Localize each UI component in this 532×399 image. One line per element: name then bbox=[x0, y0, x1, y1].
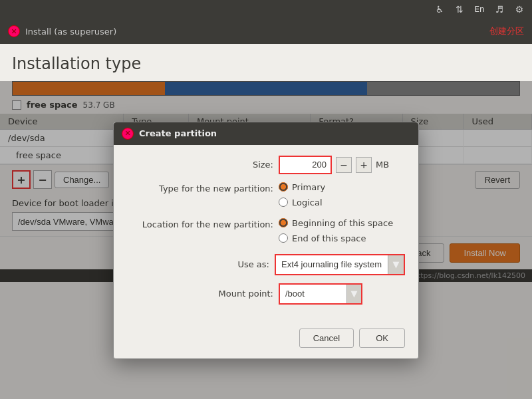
accessibility-icon[interactable]: ♿ bbox=[432, 2, 447, 17]
use-as-label: Use as: bbox=[127, 259, 269, 269]
size-unit: MB bbox=[376, 160, 389, 170]
use-as-dropdown-icon[interactable]: ▼ bbox=[388, 255, 404, 274]
main-window: ✕ Install (as superuser) 创建分区 Installati… bbox=[0, 19, 532, 399]
size-input[interactable] bbox=[279, 156, 332, 174]
content-area: free space 53.7 GB Device Type Mount poi… bbox=[0, 81, 532, 399]
dialog-button-row: Cancel OK bbox=[114, 323, 418, 358]
dialog-close-icon: ✕ bbox=[124, 129, 130, 138]
mount-select-wrapper[interactable]: /boot / /home /tmp ▼ bbox=[279, 283, 362, 305]
type-logical-label: Logical bbox=[292, 198, 323, 207]
size-controls: − + MB bbox=[279, 156, 405, 174]
window-close-button[interactable]: ✕ bbox=[8, 25, 20, 37]
dialog-cancel-button[interactable]: Cancel bbox=[299, 329, 354, 348]
language-indicator[interactable]: En bbox=[472, 2, 487, 17]
location-label: Location for the new partition: bbox=[127, 218, 273, 229]
mount-dropdown-icon[interactable]: ▼ bbox=[346, 285, 361, 303]
location-beginning-radio[interactable] bbox=[279, 218, 288, 227]
dialog-ok-button[interactable]: OK bbox=[359, 329, 405, 348]
type-primary-option[interactable]: Primary bbox=[279, 182, 325, 192]
size-label: Size: bbox=[127, 160, 273, 170]
type-options: Primary Logical bbox=[279, 182, 325, 210]
mount-point-select[interactable]: /boot / /home /tmp bbox=[280, 285, 346, 303]
partition-type-row: Type for the new partition: Primary Logi… bbox=[127, 182, 405, 210]
close-icon: ✕ bbox=[11, 28, 17, 35]
size-decrease-button[interactable]: − bbox=[336, 157, 352, 173]
dialog-overlay: ✕ Create partition Size: − + MB bbox=[0, 81, 532, 399]
dialog-title: Create partition bbox=[139, 128, 217, 138]
volume-icon[interactable]: ♬ bbox=[492, 2, 507, 17]
location-beginning-label: Beginning of this space bbox=[292, 218, 393, 228]
location-end-radio[interactable] bbox=[279, 233, 288, 243]
type-primary-radio[interactable] bbox=[279, 182, 288, 192]
system-bar: ♿ ⇅ En ♬ ⚙ bbox=[0, 0, 532, 19]
mount-point-controls: /boot / /home /tmp ▼ bbox=[279, 283, 405, 305]
settings-icon[interactable]: ⚙ bbox=[512, 2, 527, 17]
keyboard-icon[interactable]: ⇅ bbox=[452, 2, 467, 17]
create-partition-dialog: ✕ Create partition Size: − + MB bbox=[113, 122, 419, 359]
use-as-select[interactable]: Ext4 journaling file system Ext3 journal… bbox=[276, 255, 388, 274]
dialog-close-button[interactable]: ✕ bbox=[122, 128, 134, 140]
title-bar: ✕ Install (as superuser) 创建分区 bbox=[0, 19, 532, 44]
use-as-row: Use as: Ext4 journaling file system Ext3… bbox=[127, 254, 405, 275]
location-end-label: End of this space bbox=[292, 233, 366, 243]
type-logical-option[interactable]: Logical bbox=[279, 198, 325, 207]
page-title: Installation type bbox=[0, 44, 532, 81]
location-end-option[interactable]: End of this space bbox=[279, 233, 393, 243]
location-beginning-option[interactable]: Beginning of this space bbox=[279, 218, 393, 228]
type-label: Type for the new partition: bbox=[127, 182, 273, 194]
chinese-subtitle: 创建分区 bbox=[489, 25, 524, 37]
type-primary-label: Primary bbox=[292, 182, 325, 192]
mount-point-label: Mount point: bbox=[127, 289, 273, 299]
use-as-select-wrapper[interactable]: Ext4 journaling file system Ext3 journal… bbox=[275, 254, 405, 275]
partition-location-row: Location for the new partition: Beginnin… bbox=[127, 218, 405, 246]
location-options: Beginning of this space End of this spac… bbox=[279, 218, 393, 246]
dialog-title-bar: ✕ Create partition bbox=[114, 122, 418, 145]
mount-point-row: Mount point: /boot / /home /tmp ▼ bbox=[127, 283, 405, 305]
size-row: Size: − + MB bbox=[127, 156, 405, 174]
dialog-body: Size: − + MB Type for the new partition: bbox=[114, 145, 418, 323]
use-as-controls: Ext4 journaling file system Ext3 journal… bbox=[275, 254, 405, 275]
window-title: Install (as superuser) bbox=[25, 27, 471, 37]
type-logical-radio[interactable] bbox=[279, 198, 288, 207]
size-increase-button[interactable]: + bbox=[356, 157, 372, 173]
